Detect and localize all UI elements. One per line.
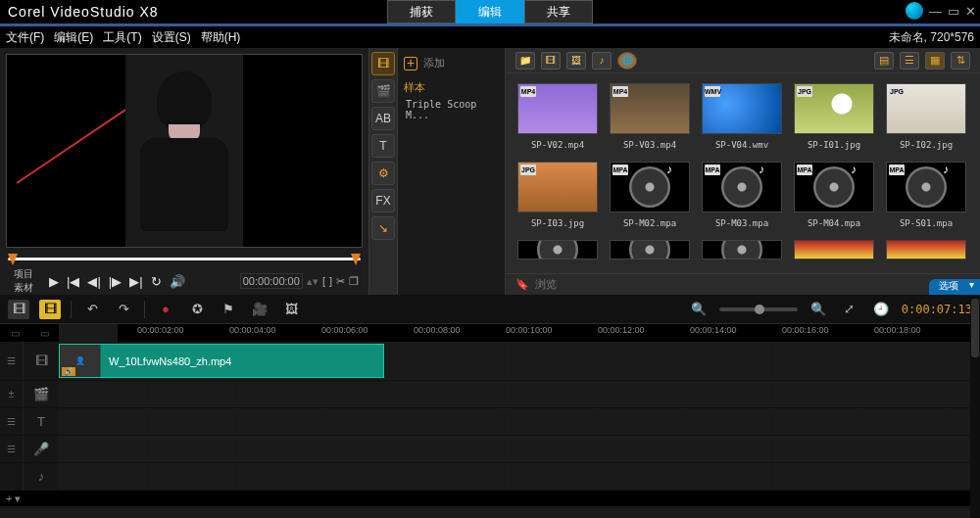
timeline-view-button[interactable]: 🎞 (39, 300, 61, 319)
library-item[interactable]: MPASP-M04.mpa (794, 162, 874, 228)
tab-edit[interactable]: 编辑 (456, 0, 524, 24)
add-folder-button[interactable]: 添加 (404, 56, 499, 71)
filter-audio-icon[interactable]: ♪ (592, 52, 612, 70)
text-tab[interactable]: T (371, 134, 395, 158)
track-body-title[interactable] (59, 408, 980, 435)
view-list-button[interactable]: ▤ (874, 52, 894, 70)
play-button[interactable]: ▶ (49, 274, 59, 289)
library-item[interactable]: MP4SP-V02.mp4 (517, 83, 598, 150)
track-body-music[interactable] (59, 463, 980, 490)
loop-button[interactable]: ↻ (151, 274, 162, 289)
library-item[interactable] (702, 240, 782, 259)
menu-tools[interactable]: 工具(T) (103, 29, 141, 46)
redo-button[interactable]: ↷ (113, 300, 134, 319)
view-details-button[interactable]: ☰ (900, 52, 919, 70)
fullscreen-button[interactable]: ❐ (349, 275, 359, 288)
transition-tab[interactable]: 🎬 (371, 79, 395, 103)
library-item[interactable] (517, 240, 598, 259)
timeline-vscroll[interactable] (970, 295, 980, 518)
zoom-in-button[interactable]: 🔍 (808, 300, 829, 319)
library-item[interactable]: MPASP-M02.mpa (610, 162, 690, 228)
filter-web-icon[interactable]: 🌐 (617, 52, 637, 70)
preview-seekbar[interactable] (8, 254, 361, 263)
cut-button[interactable]: ✂ (336, 275, 345, 288)
track-title[interactable]: ☰T (0, 408, 980, 436)
mark-in-button[interactable]: [ (322, 275, 325, 287)
track-overlay[interactable]: ±🎬 (0, 381, 980, 408)
track-head-voice[interactable]: 🎤 (24, 436, 59, 462)
tool-1-button[interactable]: ✪ (186, 300, 208, 319)
fit-button[interactable]: ⤢ (839, 300, 860, 319)
title-tab[interactable]: AB (371, 107, 395, 130)
library-item[interactable]: MPASP-M03.mpa (702, 162, 782, 228)
record-button[interactable]: ● (155, 300, 176, 319)
menu-help[interactable]: 帮助(H) (201, 29, 241, 46)
library-item[interactable] (886, 240, 966, 259)
track-head-overlay[interactable]: 🎬 (24, 381, 59, 407)
minimize-button[interactable]: — (929, 5, 942, 18)
library-item[interactable]: JPGSP-I01.jpg (794, 83, 874, 150)
menu-settings[interactable]: 设置(S) (152, 29, 191, 46)
preview-viewport[interactable] (6, 54, 363, 248)
preview-timecode[interactable]: 00:00:00:00 (240, 273, 303, 289)
tool-3-button[interactable]: 🎥 (249, 300, 270, 319)
track-sidebar[interactable] (0, 463, 24, 490)
timeline-ruler[interactable]: 00:00:02:0000:00:04:0000:00:06:0000:00:0… (118, 324, 980, 342)
undo-button[interactable]: ↶ (81, 300, 103, 319)
track-sidebar[interactable]: ± (0, 381, 24, 407)
close-button[interactable]: ✕ (965, 5, 976, 18)
library-item[interactable]: MPASP-S01.mpa (886, 162, 966, 228)
sort-button[interactable]: ⇅ (951, 52, 970, 70)
track-body-voice[interactable] (59, 436, 980, 462)
tab-capture[interactable]: 捕获 (387, 0, 456, 24)
library-item[interactable]: MP4SP-V03.mp4 (610, 83, 690, 150)
folder-triple-scoop[interactable]: Triple Scoop M... (404, 99, 499, 120)
add-track-button[interactable]: + ▾ (0, 491, 980, 506)
filter-image-icon[interactable]: 🖼 (566, 52, 586, 70)
fx-tab[interactable]: FX (371, 189, 395, 212)
maximize-button[interactable]: ▭ (948, 5, 959, 18)
track-head-video[interactable]: 🎞 (24, 342, 59, 380)
timeline-timecode[interactable]: 0:00:07:13 (902, 303, 972, 316)
track-body-video[interactable]: 👤🔊W_10LfvwNs480_zh.mp4 (59, 342, 980, 380)
go-start-button[interactable]: |◀ (67, 274, 79, 289)
zoom-out-button[interactable]: 🔍 (688, 300, 710, 319)
library-item[interactable] (794, 240, 874, 259)
library-item[interactable]: JPGSP-I02.jpg (886, 83, 966, 150)
track-sidebar[interactable]: ☰ (0, 342, 24, 380)
track-body-overlay[interactable] (59, 381, 980, 407)
mark-out-button[interactable]: ] (329, 275, 332, 287)
menu-file[interactable]: 文件(F) (6, 29, 44, 46)
track-head-music[interactable]: ♪ (24, 463, 59, 490)
filter-folder-icon[interactable]: 📁 (515, 52, 535, 70)
track-head-title[interactable]: T (24, 408, 59, 435)
track-video[interactable]: ☰🎞👤🔊W_10LfvwNs480_zh.mp4 (0, 342, 980, 381)
preview-tab-project[interactable]: 项目 (10, 267, 37, 281)
path-tab[interactable]: ↘ (371, 216, 395, 240)
track-sidebar[interactable]: ☰ (0, 436, 24, 462)
tool-2-button[interactable]: ⚑ (218, 300, 239, 319)
library-item[interactable]: WMVSP-V04.wmv (702, 83, 782, 150)
library-item[interactable] (610, 240, 690, 259)
next-frame-button[interactable]: |▶ (109, 274, 122, 289)
filter-video-icon[interactable]: 🎞 (541, 52, 561, 70)
zoom-slider[interactable] (719, 307, 798, 311)
ruler-tool-1[interactable]: ▭ (11, 328, 20, 339)
view-thumbs-button[interactable]: ▦ (925, 52, 945, 70)
volume-button[interactable]: 🔊 (170, 274, 185, 289)
corel-logo-icon[interactable] (906, 2, 923, 20)
options-flyout[interactable]: 选项 (929, 279, 980, 295)
track-music[interactable]: ♪ (0, 463, 980, 491)
preview-tab-clip[interactable]: 素材 (10, 281, 37, 295)
ruler-tool-2[interactable]: ▭ (40, 328, 49, 339)
tab-share[interactable]: 共享 (524, 0, 593, 24)
tool-4-button[interactable]: 🖼 (280, 300, 302, 319)
menu-edit[interactable]: 编辑(E) (54, 29, 93, 46)
track-sidebar[interactable]: ☰ (0, 408, 24, 435)
go-end-button[interactable]: ▶| (129, 274, 142, 289)
prev-frame-button[interactable]: ◀| (87, 274, 100, 289)
storyboard-view-button[interactable]: 🎞 (8, 300, 29, 319)
media-tab[interactable]: 🎞 (371, 52, 395, 75)
library-item[interactable]: JPGSP-I03.jpg (517, 162, 598, 228)
graphic-tab[interactable]: ⚙ (371, 162, 395, 185)
